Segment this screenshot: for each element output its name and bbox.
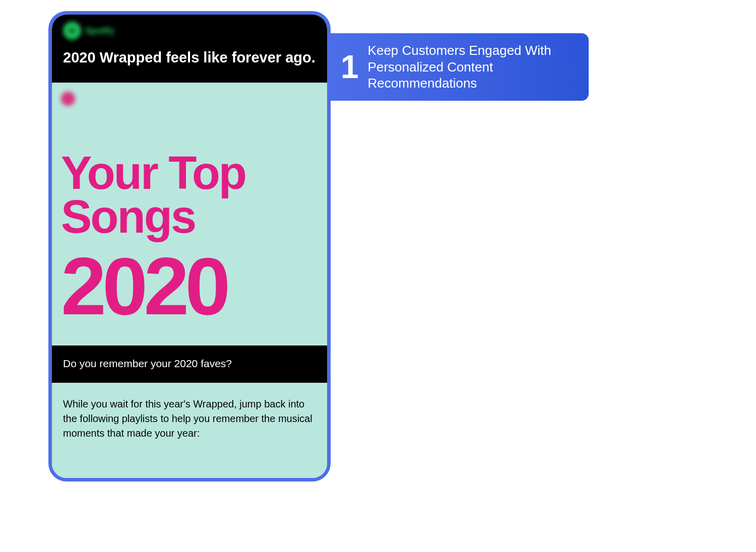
callout-number: 1 <box>341 51 359 83</box>
brand-row: Spotify <box>63 22 316 40</box>
subheadline-bar: Do you remember your 2020 faves? <box>52 346 327 383</box>
callout-text: Keep Customers Engaged With Personalized… <box>368 42 576 92</box>
hero-year: 2020 <box>61 245 318 327</box>
email-inner: Spotify 2020 Wrapped feels like forever … <box>52 15 327 478</box>
spotify-logo-icon <box>63 22 81 40</box>
email-headline: 2020 Wrapped feels like forever ago. <box>63 49 316 66</box>
email-header: Spotify 2020 Wrapped feels like forever … <box>52 15 327 83</box>
hero-panel: Your Top Songs 2020 <box>52 83 327 346</box>
email-preview-card: Spotify 2020 Wrapped feels like forever … <box>48 11 331 481</box>
annotation-callout: 1 Keep Customers Engaged With Personaliz… <box>330 33 589 101</box>
subheadline-text: Do you remember your 2020 faves? <box>63 358 232 369</box>
body-copy: While you wait for this year's Wrapped, … <box>52 383 327 478</box>
hero-logo-dot-icon <box>61 92 75 106</box>
brand-name: Spotify <box>85 26 114 36</box>
hero-title: Your Top Songs <box>61 151 318 239</box>
